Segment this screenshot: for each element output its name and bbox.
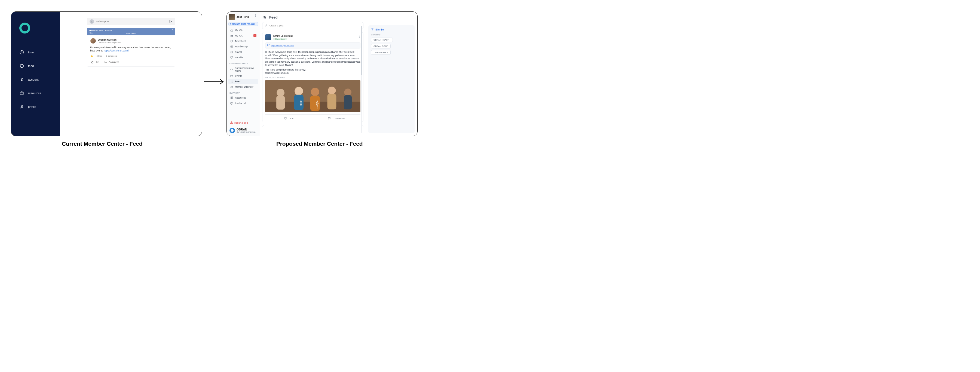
user-icon (19, 104, 24, 109)
nav-resources[interactable]: Resources (228, 95, 258, 101)
post-card: Emily Locksfield All members ⋮ https://w… (262, 125, 363, 127)
pencil-icon (265, 24, 268, 27)
nav-account[interactable]: account (19, 77, 60, 82)
post-author[interactable]: Joseph Cureton (98, 38, 121, 41)
post-author[interactable]: Emily Locksfield (273, 35, 293, 37)
brand-footer: OBRAN Our work is everywhere. (228, 126, 258, 134)
svg-point-4 (21, 105, 22, 107)
scrollbar-track[interactable] (361, 26, 362, 133)
nav-my-ica-2[interactable]: My ICA 5 (228, 33, 258, 38)
compose-box[interactable] (87, 18, 175, 26)
read-more-link[interactable]: read more (126, 32, 135, 35)
bank-icon (230, 50, 233, 54)
current-main: Featured Post: 3/20/23 Fo... read more ✕… (60, 12, 202, 136)
section-support: SUPPORT (229, 92, 258, 94)
filter-icon (371, 28, 374, 31)
author-avatar[interactable] (91, 38, 96, 43)
nav-time[interactable]: time (19, 50, 60, 55)
proposed-sidebar: Joss Fong ⋮ ★ MEMBER SINCE FEB. 2021 My … (227, 12, 259, 136)
page-title: Feed (262, 14, 363, 22)
svg-point-13 (231, 82, 231, 83)
svg-rect-3 (20, 92, 24, 94)
likes-count: 8 likes (97, 55, 102, 57)
like-button[interactable]: Like (91, 61, 99, 64)
send-icon[interactable] (168, 19, 173, 24)
dollar-icon (19, 77, 24, 82)
svg-point-2 (20, 64, 24, 67)
svg-point-20 (264, 18, 265, 18)
arrow-icon (204, 78, 225, 86)
current-member-center: time feed account resources profile (11, 11, 202, 136)
svg-point-21 (265, 18, 266, 18)
filter-heading[interactable]: Filter by (371, 28, 412, 31)
close-icon[interactable]: ✕ (172, 29, 174, 31)
nav-payroll[interactable]: Payroll (228, 49, 258, 55)
kebab-icon[interactable]: ⋮ (254, 14, 257, 18)
nav-member-directory[interactable]: Member Directory (228, 84, 258, 89)
svg-point-11 (231, 81, 231, 81)
post-card: Emily Locksfield All members ⋮ https://w… (262, 32, 363, 122)
comment-button[interactable]: Comment (104, 61, 119, 64)
filter-chip-obran-health[interactable]: OBRAN HEALTH (371, 38, 393, 42)
calendar-icon (230, 74, 233, 78)
svg-point-32 (344, 88, 352, 96)
current-sidebar: time feed account resources profile (11, 12, 60, 136)
nav-resources[interactable]: resources (19, 91, 60, 96)
svg-rect-31 (328, 94, 336, 110)
svg-point-9 (231, 46, 232, 47)
svg-point-30 (328, 86, 336, 94)
compose-input[interactable] (269, 24, 361, 27)
sidebar-user[interactable]: Joss Fong ⋮ (228, 13, 258, 22)
post-link[interactable]: https://docs.obran.coop/! (104, 49, 129, 52)
post-card: Joseph Cureton Chief Coordinating Office… (87, 35, 175, 67)
post-image[interactable] (265, 80, 360, 112)
post-timestamp: Mar 13, 2023 12:00 PM (265, 77, 360, 78)
featured-banner[interactable]: Featured Post: 3/20/23 Fo... read more ✕ (87, 28, 175, 35)
link-preview[interactable]: https://www.lipsum.com/ (265, 43, 360, 48)
post-link[interactable]: https://www.lipsum.com/ (271, 45, 294, 47)
svg-point-18 (264, 16, 265, 17)
audience-chip: All members (273, 38, 286, 40)
book-icon (230, 96, 233, 99)
svg-point-28 (311, 88, 319, 96)
svg-point-26 (294, 87, 303, 95)
svg-rect-25 (276, 96, 285, 110)
author-avatar[interactable] (265, 34, 271, 40)
user-name: Joss Fong (237, 16, 249, 18)
svg-point-16 (232, 86, 232, 87)
compose-input[interactable] (96, 20, 166, 23)
clock-icon (19, 50, 24, 55)
post-author-role: Chief Coordinating Officer (98, 41, 121, 43)
scrollbar-thumb[interactable] (361, 26, 362, 75)
nav-benefits[interactable]: Benefits (228, 55, 258, 60)
nav-profile[interactable]: profile (19, 104, 60, 109)
nav-membership[interactable]: Membership (228, 44, 258, 49)
feed-icon (230, 80, 233, 83)
nav-feed[interactable]: feed (19, 64, 60, 69)
star-icon: ★ (230, 23, 231, 25)
box-icon (230, 34, 233, 37)
compose-box[interactable] (262, 22, 363, 29)
svg-point-19 (265, 16, 266, 17)
post-body: For everyone interested in learning more… (91, 46, 172, 53)
briefcase-icon (19, 91, 24, 96)
external-link-icon (267, 44, 270, 47)
report-bug-link[interactable]: Report a bug (228, 120, 258, 126)
like-button[interactable]: LIKE (265, 115, 313, 122)
nav-label: resources (28, 91, 41, 95)
nav-ask-help[interactable]: Ask for help (228, 101, 258, 106)
featured-title: Featured Post: 3/20/23 (89, 29, 173, 32)
circle-icon (19, 64, 24, 69)
kebab-icon[interactable]: ⋮ (358, 34, 361, 38)
svg-point-15 (231, 86, 232, 87)
nav-timesheet[interactable]: Timesheet (228, 38, 258, 44)
comment-button[interactable]: COMMENT (313, 115, 361, 122)
filter-chip-tribeworks[interactable]: TRIBEWORKS (371, 50, 391, 55)
nav-announcements[interactable]: Announcements & News (228, 65, 258, 73)
svg-rect-10 (231, 75, 233, 77)
id-icon (230, 45, 233, 48)
nav-my-ica[interactable]: My ICA (228, 27, 258, 33)
filter-chip-obran-coop[interactable]: OBRAN COOP (371, 44, 391, 48)
nav-events[interactable]: Events (228, 73, 258, 79)
nav-feed[interactable]: Feed (228, 79, 258, 84)
